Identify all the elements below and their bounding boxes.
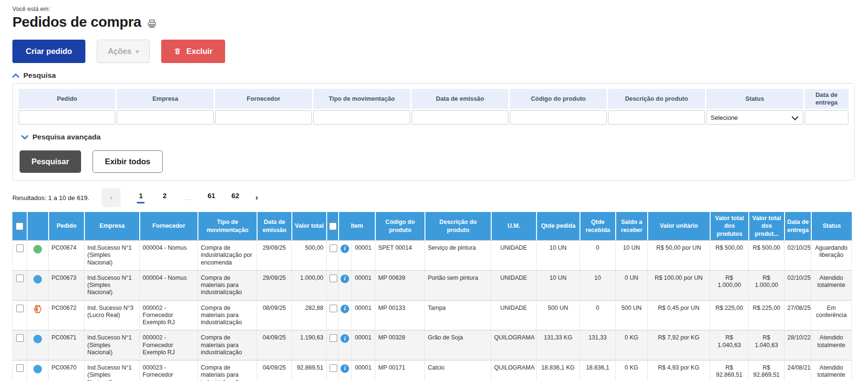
header-codigo: Código do produto — [375, 212, 424, 240]
item-checkbox[interactable] — [330, 334, 337, 342]
row-checkbox[interactable] — [16, 364, 24, 372]
cell-empresa: Ind.Sucesso N°1 (Simples Nacional) — [84, 240, 139, 270]
trash-icon — [174, 47, 181, 55]
header-um: U.M. — [491, 212, 536, 240]
search-field-data-de-emissao: Data de emissão — [412, 89, 508, 125]
cell-entrega: 28/10/22 — [784, 330, 811, 360]
search-input-data-de-entrega[interactable] — [805, 110, 848, 125]
pagination-prev-button[interactable]: ‹ — [102, 188, 121, 207]
cell-vt-produt: R$ 1.000,00 — [748, 270, 784, 300]
status-partial-icon — [33, 305, 42, 314]
cell-valor-unitario: R$ 4,93 por KG — [647, 360, 710, 381]
cell-status: Atendido totalmente — [811, 330, 852, 360]
cell-fornecedor: 000002 - Fornecedor Exemplo RJ — [139, 330, 197, 360]
search-field-tipo-de-movimentacao: Tipo de movimentação — [313, 89, 410, 125]
header-vt-produtos: Valor total dos produtos — [710, 212, 748, 240]
cell-tipo: Compra de materiais para industrializaçã… — [197, 270, 257, 300]
advanced-search-toggle[interactable]: Pesquisa avançada — [21, 133, 848, 141]
cell-emissao: 29/09/25 — [257, 270, 291, 300]
cell-status-icon — [27, 300, 48, 330]
cell-item-info: i — [338, 300, 351, 330]
header-saldo: Saldo a receber — [615, 212, 647, 240]
cell-row-checkbox — [12, 360, 27, 381]
search-input-tipo-de-movimentacao[interactable] — [313, 110, 410, 125]
cell-codigo: SPET 00014 — [375, 240, 424, 270]
cell-um: UNIDADE — [491, 300, 536, 330]
header-status: Status — [811, 212, 852, 240]
search-field-label-descricao-do-produto: Descrição do produto — [608, 89, 705, 109]
cell-fornecedor: 000002 - Fornecedor Exemplo RJ — [139, 300, 197, 330]
cell-descricao: Portão sem pintura — [424, 270, 491, 300]
cell-item-checkbox — [326, 360, 338, 381]
cell-qtde-recebida: 0 — [579, 240, 615, 270]
cell-item-info: i — [338, 240, 351, 270]
header-qtde-pedida: Qtde pedida — [536, 212, 579, 240]
cell-emissao: 04/09/25 — [257, 330, 291, 360]
search-input-descricao-do-produto[interactable] — [608, 110, 705, 125]
select-all-checkbox[interactable] — [16, 222, 23, 230]
pagination-page-61[interactable]: 61 — [207, 192, 215, 203]
cell-status: Atendido totalmente — [811, 270, 852, 300]
pagination-page-1[interactable]: 1 — [137, 192, 145, 203]
cell-status-icon — [27, 270, 48, 300]
pagination-page-2[interactable]: 2 — [161, 192, 168, 203]
pagination: ‹ 12...6162 › — [102, 188, 258, 207]
pagination-page-62[interactable]: 62 — [231, 192, 239, 203]
header-descricao: Descrição do produto — [424, 212, 491, 240]
search-section-toggle[interactable]: Pesquisa — [12, 71, 855, 80]
table-row: PC00674Ind.Sucesso N°1 (Simples Nacional… — [12, 240, 852, 270]
show-all-button[interactable]: Exibir todos — [93, 150, 163, 173]
item-checkbox[interactable] — [330, 364, 337, 372]
search-field-pedido: Pedido — [19, 89, 115, 125]
create-order-button[interactable]: Criar pedido — [12, 40, 85, 63]
info-icon[interactable]: i — [341, 364, 349, 373]
search-input-pedido[interactable] — [19, 110, 115, 125]
cell-qtde-pedida: 131,33 KG — [536, 330, 579, 360]
cell-status: Em conferência — [811, 300, 852, 330]
search-field-label-data-de-entrega: Data de entrega — [805, 89, 848, 109]
search-button[interactable]: Pesquisar — [20, 150, 81, 173]
print-icon[interactable] — [147, 19, 157, 29]
cell-emissao: 08/09/25 — [257, 300, 291, 330]
cell-status-icon — [27, 360, 48, 381]
item-checkbox[interactable] — [330, 275, 337, 282]
info-icon[interactable]: i — [341, 244, 349, 253]
row-checkbox[interactable] — [16, 305, 24, 312]
table-row: PC00670Ind.Sucesso N°1 (Simples Nacional… — [12, 360, 852, 381]
header-valor-unitario: Valor unitário — [647, 212, 710, 240]
select-all-items-checkbox[interactable] — [329, 222, 337, 230]
info-icon[interactable]: i — [341, 275, 349, 283]
cell-vt-produtos: R$ 92.869,51 — [710, 360, 748, 381]
actions-button[interactable]: Ações ▾ — [97, 40, 150, 63]
row-checkbox[interactable] — [16, 334, 24, 342]
search-input-fornecedor[interactable] — [215, 110, 312, 125]
purchase-orders-page: Você está em: Pedidos de compra Criar pe… — [0, 0, 868, 381]
search-input-data-de-emissao[interactable] — [412, 110, 508, 125]
cell-valor-unitario: R$ 50,00 por UN — [647, 240, 710, 270]
cell-um: UNIDADE — [491, 270, 536, 300]
cell-vt-produtos: R$ 1.040,63 — [710, 330, 748, 360]
cell-entrega: 27/08/25 — [784, 300, 811, 330]
chevron-down-icon: ▾ — [136, 48, 139, 55]
cell-row-checkbox — [12, 240, 27, 270]
search-input-codigo-do-produto[interactable] — [510, 110, 607, 125]
advanced-search-label: Pesquisa avançada — [32, 133, 101, 141]
search-select-status[interactable]: Selecione — [706, 110, 803, 125]
cell-codigo: MP 00639 — [375, 270, 424, 300]
delete-button[interactable]: Excluir — [161, 40, 225, 63]
info-icon[interactable]: i — [341, 305, 349, 313]
pagination-next-button[interactable]: › — [256, 193, 258, 202]
item-checkbox[interactable] — [330, 305, 337, 312]
cell-qtde-pedida: 10 UN — [536, 270, 579, 300]
cell-valor-total: 92.869,51 — [291, 360, 326, 381]
status-blue-icon — [33, 365, 42, 373]
cell-item: 00001 — [351, 240, 375, 270]
row-checkbox[interactable] — [16, 275, 24, 282]
search-input-empresa[interactable] — [117, 110, 214, 125]
cell-qtde-recebida: 131,33 — [579, 330, 615, 360]
info-icon[interactable]: i — [341, 334, 349, 343]
row-checkbox[interactable] — [16, 244, 24, 252]
item-checkbox[interactable] — [330, 244, 337, 252]
cell-item: 00001 — [351, 360, 375, 381]
cell-item-checkbox — [326, 270, 338, 300]
